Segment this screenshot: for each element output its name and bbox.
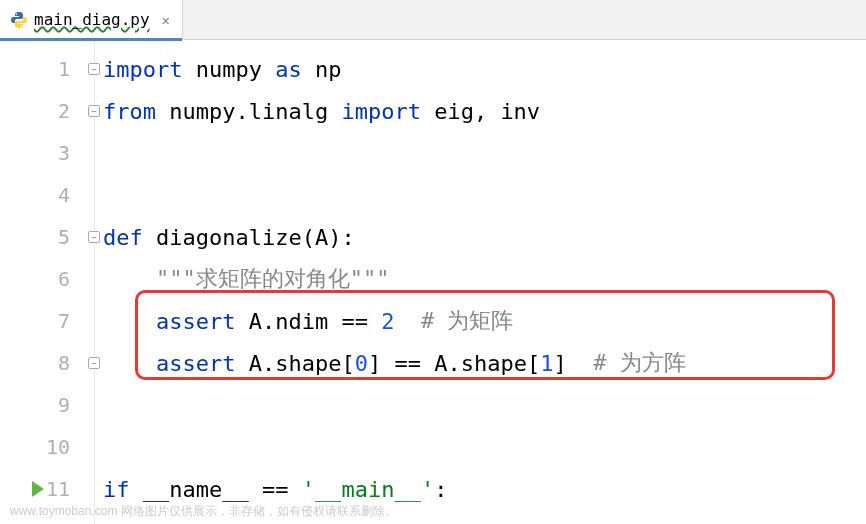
svg-point-0 <box>16 13 18 15</box>
code-line: from numpy.linalg import eig, inv <box>103 90 866 132</box>
run-icon[interactable] <box>32 481 44 497</box>
line-number: 7 <box>0 309 86 333</box>
gutter-row: 5 − <box>0 216 94 258</box>
python-file-icon <box>10 11 28 29</box>
line-number: 3 <box>0 141 86 165</box>
code-line <box>103 426 866 468</box>
code-line <box>103 174 866 216</box>
line-number: 9 <box>0 393 86 417</box>
gutter-row: 3 <box>0 132 94 174</box>
editor: 1 − 2 − 3 4 5 − 6 7 8 − 9 10 <box>0 40 866 524</box>
code-line: assert A.shape[0] == A.shape[1] # 为方阵 <box>103 342 866 384</box>
svg-point-1 <box>21 25 23 27</box>
code-line: assert A.ndim == 2 # 为矩阵 <box>103 300 866 342</box>
gutter-row: 6 <box>0 258 94 300</box>
gutter: 1 − 2 − 3 4 5 − 6 7 8 − 9 10 <box>0 40 95 524</box>
code-line: """求矩阵的对角化""" <box>103 258 866 300</box>
gutter-row: 9 <box>0 384 94 426</box>
line-number: 8 <box>0 351 86 375</box>
file-tab[interactable]: main_diag.py ✕ <box>0 0 183 40</box>
code-line <box>103 132 866 174</box>
gutter-row: 2 − <box>0 90 94 132</box>
tab-bar: main_diag.py ✕ <box>0 0 866 40</box>
code-line <box>103 384 866 426</box>
line-number: 5 <box>0 225 86 249</box>
gutter-row: 8 − <box>0 342 94 384</box>
line-number: 1 <box>0 57 86 81</box>
code-area[interactable]: import numpy as np from numpy.linalg imp… <box>95 40 866 524</box>
gutter-row: 4 <box>0 174 94 216</box>
code-line: import numpy as np <box>103 48 866 90</box>
watermark: www.toymoban.com 网络图片仅供展示，非存储，如有侵权请联系删除。 <box>10 503 397 520</box>
line-number: 10 <box>0 435 86 459</box>
tab-filename: main_diag.py <box>34 10 150 29</box>
close-icon[interactable]: ✕ <box>160 12 172 28</box>
gutter-row: 10 <box>0 426 94 468</box>
gutter-row: 1 − <box>0 48 94 90</box>
gutter-row: 7 <box>0 300 94 342</box>
line-number: 2 <box>0 99 86 123</box>
line-number: 4 <box>0 183 86 207</box>
code-line: def diagonalize(A): <box>103 216 866 258</box>
line-number: 6 <box>0 267 86 291</box>
